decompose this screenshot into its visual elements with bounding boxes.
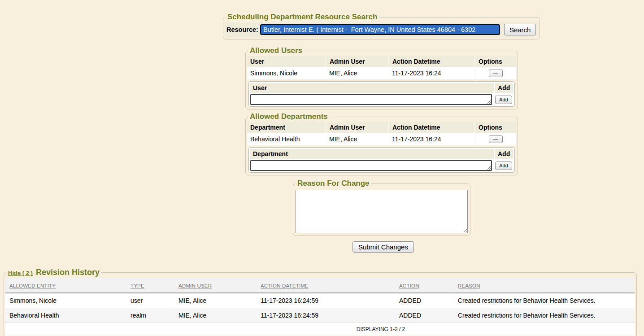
revision-admin: MIE, Alice [174, 308, 257, 323]
add-user-input[interactable] [250, 94, 492, 105]
sort-action[interactable]: ACTION [399, 283, 419, 288]
allowed-departments-section: Allowed Departments Department Admin Use… [245, 112, 518, 175]
column-header-admin-user: Admin User [326, 56, 389, 67]
revision-action: ADDED [395, 308, 454, 323]
revision-footer-row: DISPLAYING 1-2 / 2 [5, 323, 635, 336]
hide-link[interactable]: Hide ( 2 ) [8, 270, 33, 276]
revision-history-table: ALLOWED ENTITY TYPE ADMIN USER ACTION DA… [5, 278, 635, 336]
allowed-users-title: Allowed Users [248, 46, 304, 55]
remove-user-button[interactable]: — [489, 70, 503, 77]
revision-row: Simmons, Nicole user MIE, Alice 11-17-20… [5, 293, 635, 308]
allowed-departments-title: Allowed Departments [248, 112, 330, 121]
revision-admin: MIE, Alice [174, 293, 257, 308]
resource-search-section: Scheduling Department Resource Search Re… [223, 13, 540, 39]
column-header-admin-user: Admin User [326, 122, 389, 133]
revision-history-section: Hide ( 2 ) Revision History ALLOWED ENTI… [4, 268, 637, 336]
column-header-options: Options [475, 122, 516, 133]
revision-history-title: Revision History [36, 268, 100, 277]
sort-reason[interactable]: REASON [458, 283, 480, 288]
allowed-users-header-row: User Admin User Action Datetime Options [247, 56, 516, 67]
search-button[interactable]: Search [504, 24, 536, 35]
remove-department-button[interactable]: — [489, 135, 503, 143]
add-user-column-label: User [250, 83, 494, 93]
column-header-department: Department [247, 122, 326, 133]
allowed-user-datetime: 11-17-2023 16:24 [389, 67, 475, 79]
add-user-box: User Add Add [248, 81, 515, 107]
add-user-header: User Add [250, 83, 513, 93]
allowed-user-name: Simmons, Nicole [247, 67, 326, 79]
allowed-department-admin: MIE, Alice [326, 133, 389, 145]
allowed-users-section: Allowed Users User Admin User Action Dat… [245, 46, 518, 109]
revision-reason: Created restrictions for Behavior Health… [454, 308, 635, 323]
allowed-department-row: Behavioral Health MIE, Alice 11-17-2023 … [247, 133, 516, 145]
sort-type[interactable]: TYPE [131, 283, 144, 288]
allowed-departments-table: Department Admin User Action Datetime Op… [247, 122, 516, 145]
add-department-column-label: Department [250, 149, 494, 159]
resource-search-title: Scheduling Department Resource Search [226, 13, 379, 22]
sort-action-datetime[interactable]: ACTION DATETIME [261, 283, 309, 288]
add-user-row: Add [250, 94, 513, 105]
reason-for-change-section: Reason For Change [293, 179, 470, 236]
allowed-department-name: Behavioral Health [247, 133, 326, 145]
allowed-departments-header-row: Department Admin User Action Datetime Op… [247, 122, 516, 133]
revision-type: realm [126, 308, 174, 323]
allowed-user-admin: MIE, Alice [326, 67, 389, 79]
revision-footer-spacer [5, 323, 126, 336]
allowed-users-table: User Admin User Action Datetime Options … [247, 56, 516, 79]
revision-entity: Behavioral Health [5, 308, 126, 323]
resource-input[interactable] [260, 24, 500, 35]
revision-row: Behavioral Health realm MIE, Alice 11-17… [5, 308, 635, 323]
add-department-input[interactable] [250, 160, 492, 171]
revision-history-legend: Hide ( 2 ) Revision History [6, 268, 101, 277]
add-department-header: Department Add [250, 149, 513, 159]
add-department-row: Add [250, 160, 513, 171]
sort-allowed-entity[interactable]: ALLOWED ENTITY [9, 283, 56, 288]
add-user-add-column-label: Add [495, 83, 513, 93]
revision-datetime: 11-17-2023 16:24:59 [257, 293, 395, 308]
revision-entity: Simmons, Nicole [5, 293, 126, 308]
allowed-user-row: Simmons, Nicole MIE, Alice 11-17-2023 16… [247, 67, 516, 79]
column-header-user: User [247, 56, 326, 67]
reason-for-change-title: Reason For Change [296, 179, 371, 188]
add-department-box: Department Add Add [248, 147, 515, 173]
revision-datetime: 11-17-2023 16:24:59 [257, 308, 395, 323]
revision-reason: Created restrictions for Behavior Health… [454, 293, 635, 308]
allowed-department-datetime: 11-17-2023 16:24 [389, 133, 475, 145]
page: Scheduling Department Resource Search Re… [0, 0, 644, 336]
sort-admin-user[interactable]: ADMIN USER [178, 283, 212, 288]
resource-row: Resource: Search [225, 22, 538, 37]
resource-label: Resource: [226, 26, 258, 33]
displaying-count: DISPLAYING 1-2 / 2 [126, 323, 635, 336]
column-header-action-datetime: Action Datetime [389, 56, 475, 67]
submit-changes-button[interactable]: Submit Changes [352, 241, 414, 253]
revision-action: ADDED [395, 293, 454, 308]
reason-textarea[interactable] [296, 190, 468, 233]
revision-header-row: ALLOWED ENTITY TYPE ADMIN USER ACTION DA… [5, 278, 635, 293]
revision-type: user [126, 293, 174, 308]
column-header-options: Options [475, 56, 516, 67]
column-header-action-datetime: Action Datetime [389, 122, 475, 133]
add-department-button[interactable]: Add [495, 161, 512, 170]
add-user-button[interactable]: Add [495, 96, 512, 104]
add-department-add-column-label: Add [495, 149, 513, 159]
